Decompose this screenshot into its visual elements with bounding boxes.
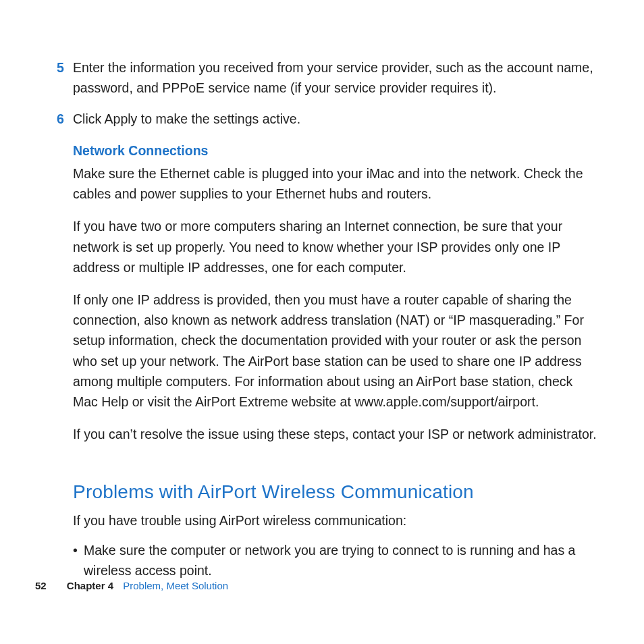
bullet-item: Make sure the computer or network you ar…: [73, 540, 597, 581]
step-number: 6: [57, 109, 64, 129]
step-6: 6 Click Apply to make the settings activ…: [73, 109, 597, 129]
chapter-label: Chapter 4: [67, 580, 113, 591]
page-number: 52: [35, 580, 47, 591]
bullet-text: Make sure the computer or network you ar…: [84, 543, 575, 578]
airport-intro: If you have trouble using AirPort wirele…: [73, 510, 597, 531]
chapter-title: Problem, Meet Solution: [123, 580, 228, 591]
body-paragraph: If you have two or more computers sharin…: [73, 216, 597, 277]
page-footer: 52 Chapter 4 Problem, Meet Solution: [35, 581, 228, 591]
airport-heading: Problems with AirPort Wireless Communica…: [73, 477, 597, 506]
body-paragraph: If only one IP address is provided, then…: [73, 290, 597, 412]
step-number: 5: [57, 57, 64, 78]
step-5: 5 Enter the information you received fro…: [73, 57, 597, 98]
body-paragraph: If you can’t resolve the issue using the…: [73, 424, 597, 444]
step-text: Click Apply to make the settings active.: [73, 109, 597, 129]
network-connections-section: Network Connections Make sure the Ethern…: [73, 140, 597, 445]
network-connections-heading: Network Connections: [73, 140, 597, 161]
body-paragraph: Make sure the Ethernet cable is plugged …: [73, 163, 597, 204]
document-page: 5 Enter the information you received fro…: [0, 0, 644, 581]
step-text: Enter the information you received from …: [73, 57, 597, 98]
